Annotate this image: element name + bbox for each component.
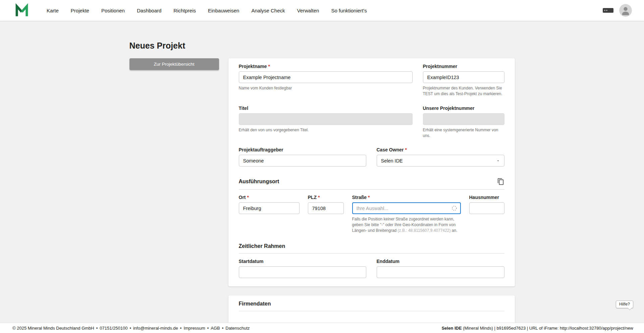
unsere-projektnummer-input	[423, 113, 504, 125]
strasse-input[interactable]	[352, 202, 461, 214]
titel-input	[239, 113, 413, 125]
page-title: Neues Projekt	[129, 41, 515, 51]
ort-input[interactable]	[239, 202, 300, 214]
field-enddatum: Enddatum	[377, 259, 504, 278]
copy-icon[interactable]	[497, 178, 504, 185]
required-asterisk: *	[318, 195, 320, 200]
footer-separator: •	[222, 326, 224, 331]
nav-item-positionen[interactable]: Positionen	[101, 8, 125, 13]
user-avatar[interactable]	[619, 4, 632, 17]
logo-icon	[15, 3, 29, 17]
nav-item-dashboard[interactable]: Dashboard	[137, 8, 161, 13]
strasse-label: Straße*	[352, 195, 461, 200]
case-owner-label: Case Owner*	[377, 147, 504, 153]
field-strasse: Straße* Falls die Position keiner Straße…	[352, 195, 461, 234]
startdatum-input[interactable]	[239, 266, 366, 278]
field-projektname: Projektname* Name vom Kunden festlegbar	[239, 64, 413, 97]
section-zeitlicher-rahmen: Zeitlicher Rahmen	[239, 243, 504, 249]
titel-helper: Erhält den von uns vorgegebenen Titel.	[239, 127, 413, 133]
zur-projektuebersicht-button[interactable]: Zur Projektübersicht	[129, 58, 219, 70]
ort-label: Ort*	[239, 195, 300, 200]
plz-input[interactable]	[308, 202, 344, 214]
section-ausfuehrungsort-title: Ausführungsort	[239, 179, 279, 185]
unsere-projektnummer-label: Unsere Projektnummer	[423, 106, 504, 111]
startdatum-label: Startdatum	[239, 259, 366, 264]
footer-separator: •	[180, 326, 182, 331]
divider	[239, 189, 504, 190]
projektname-input[interactable]	[239, 71, 413, 83]
projektnummer-input[interactable]	[423, 71, 504, 83]
nav-item-so-funktionierts[interactable]: So funktioniert's	[331, 8, 367, 13]
field-unsere-projektnummer: Unsere Projektnummer Erhält eine systemg…	[423, 106, 504, 139]
divider	[239, 253, 504, 254]
case-owner-value: Selen IDE	[381, 158, 403, 163]
footer-link-email[interactable]: info@mineral-minds.de	[133, 326, 178, 331]
nav-item-richtpreis[interactable]: Richtpreis	[173, 8, 196, 13]
project-form-card: Projektname* Name vom Kunden festlegbar …	[228, 58, 515, 286]
footer-session-details: (Mineral Minds) | b91695ed7623 | URL of …	[462, 326, 633, 331]
field-plz: PLZ*	[308, 195, 344, 234]
footer-link-impressum[interactable]: Impressum	[183, 326, 205, 331]
field-hausnummer: Hausnummer	[469, 195, 504, 234]
unsere-projektnummer-helper: Erhält eine systemgenerierte Nummer von …	[423, 127, 504, 139]
field-startdatum: Startdatum	[239, 259, 366, 278]
hausnummer-input[interactable]	[469, 202, 504, 214]
field-projektauftraggeber: Projektauftraggeber	[239, 147, 366, 166]
divider	[239, 311, 504, 311]
nav-item-karte[interactable]: Karte	[47, 8, 59, 13]
case-owner-select[interactable]: Selen IDE	[377, 155, 504, 166]
field-case-owner: Case Owner* Selen IDE	[377, 147, 504, 166]
projektnummer-helper: Projektnummer des Kunden. Verwenden Sie …	[423, 85, 504, 97]
field-projektnummer: Projektnummer Projektnummer des Kunden. …	[423, 64, 504, 97]
titel-label: Titel	[239, 106, 413, 111]
section-firmendaten-title: Firmendaten	[239, 301, 271, 307]
server-icon[interactable]	[602, 7, 614, 14]
mineral-minds-logo[interactable]	[15, 3, 29, 17]
person-icon	[619, 4, 632, 17]
copyright-text: © 2025 Mineral Minds Deutschland GmbH	[12, 326, 94, 331]
projektauftraggeber-label: Projektauftraggeber	[239, 147, 366, 153]
required-asterisk: *	[247, 195, 249, 200]
footer-user-name: Selen IDE	[442, 326, 462, 331]
footer-link-agb[interactable]: AGB	[211, 326, 220, 331]
chevron-down-icon	[496, 159, 500, 163]
hausnummer-label: Hausnummer	[469, 195, 504, 200]
projektauftraggeber-input[interactable]	[239, 155, 366, 166]
footer-link-datenschutz[interactable]: Datenschutz	[225, 326, 250, 331]
nav-item-analyse-check[interactable]: Analyse Check	[251, 8, 285, 13]
footer-link-phone[interactable]: 07151/250100	[100, 326, 127, 331]
section-ausfuehrungsort: Ausführungsort	[239, 178, 504, 185]
nav-item-projekte[interactable]: Projekte	[71, 8, 89, 13]
footer-separator: •	[129, 326, 131, 331]
top-navbar: Karte Projekte Positionen Dashboard Rich…	[0, 0, 644, 21]
section-firmendaten: Firmendaten	[239, 301, 504, 307]
projektname-helper: Name vom Kunden festlegbar	[239, 85, 413, 91]
nav-item-einbauweisen[interactable]: Einbauweisen	[208, 8, 239, 13]
enddatum-label: Enddatum	[377, 259, 504, 264]
help-button[interactable]: Hilfe?	[616, 301, 633, 308]
field-titel: Titel Erhält den von uns vorgegebenen Ti…	[239, 106, 413, 139]
plz-label: PLZ*	[308, 195, 344, 200]
required-asterisk: *	[368, 195, 370, 200]
strasse-helper-example: (z.B.: 48.8115607,9.4077422)	[398, 228, 451, 233]
main-area: Neues Projekt Zur Projektübersicht Proje…	[0, 21, 644, 323]
projektnummer-label: Projektnummer	[423, 64, 504, 69]
footer-separator: •	[96, 326, 98, 331]
nav-item-verwalten[interactable]: Verwalten	[297, 8, 319, 13]
navbar-right	[602, 4, 632, 17]
strasse-helper: Falls die Position keiner Straße zugeord…	[352, 216, 461, 234]
main-nav: Karte Projekte Positionen Dashboard Rich…	[47, 8, 367, 13]
footer-left: © 2025 Mineral Minds Deutschland GmbH • …	[12, 326, 250, 331]
footer-separator: •	[207, 326, 209, 331]
firmendaten-card: Firmendaten	[228, 295, 515, 323]
section-zeitlicher-rahmen-title: Zeitlicher Rahmen	[239, 243, 285, 249]
loading-spinner-icon	[451, 205, 457, 211]
left-column: Zur Projektübersicht	[129, 58, 219, 70]
required-asterisk: *	[405, 147, 407, 152]
field-ort: Ort*	[239, 195, 300, 234]
projektname-label: Projektname*	[239, 64, 413, 69]
enddatum-input[interactable]	[377, 266, 504, 278]
required-asterisk: *	[268, 64, 270, 69]
footer-session-info: Selen IDE (Mineral Minds) | b91695ed7623…	[442, 326, 633, 331]
footer: © 2025 Mineral Minds Deutschland GmbH • …	[0, 323, 644, 333]
